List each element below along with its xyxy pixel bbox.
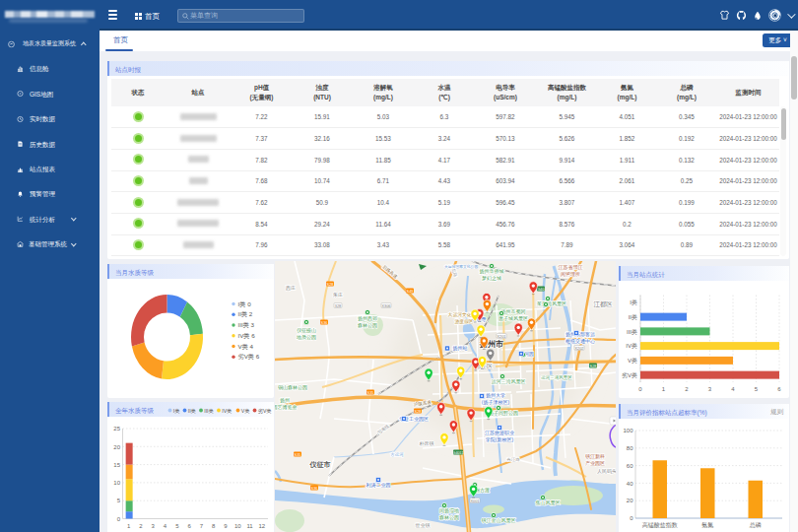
svg-text:世业镇: 世业镇 bbox=[415, 522, 431, 528]
svg-text:劣V类 6: 劣V类 6 bbox=[238, 353, 260, 361]
svg-text:S28: S28 bbox=[327, 283, 334, 287]
svg-text:劣V类: 劣V类 bbox=[622, 372, 637, 379]
svg-text:梦幻之城: 梦幻之城 bbox=[482, 275, 501, 282]
svg-text:4: 4 bbox=[731, 386, 735, 392]
svg-text:80: 80 bbox=[627, 445, 633, 451]
svg-text:利涛工业园: 利涛工业园 bbox=[366, 482, 391, 489]
svg-text:6: 6 bbox=[777, 386, 781, 392]
svg-text:西庄: 西庄 bbox=[286, 285, 296, 292]
svg-text:园艺博览会: 园艺博览会 bbox=[275, 404, 298, 411]
svg-text:仪征捺山: 仪征捺山 bbox=[297, 327, 316, 334]
svg-text:氨氮: 氨氮 bbox=[701, 521, 713, 528]
svg-text:劣V类: 劣V类 bbox=[258, 408, 272, 415]
svg-text:森林公园: 森林公园 bbox=[358, 322, 377, 329]
svg-text:产业园区: 产业园区 bbox=[585, 460, 605, 467]
svg-text:I类: I类 bbox=[173, 408, 180, 414]
svg-text:镇江新科: 镇江新科 bbox=[585, 453, 605, 460]
svg-text:X306: X306 bbox=[382, 304, 391, 308]
svg-text:朱庄: 朱庄 bbox=[333, 292, 343, 298]
svg-text:III类: III类 bbox=[627, 329, 637, 335]
svg-text:春江路: 春江路 bbox=[506, 457, 520, 462]
svg-text:运河三湾风景区: 运河三湾风景区 bbox=[541, 374, 572, 381]
svg-text:S36: S36 bbox=[321, 321, 328, 325]
svg-text:S28: S28 bbox=[590, 365, 597, 368]
svg-text:8: 8 bbox=[212, 523, 216, 529]
svg-text:15: 15 bbox=[113, 462, 120, 468]
svg-text:江苏省邗江: 江苏省邗江 bbox=[559, 264, 583, 271]
svg-text:古运河: 古运河 bbox=[390, 452, 404, 457]
svg-text:扬州大学: 扬州大学 bbox=[486, 392, 505, 399]
svg-text:60: 60 bbox=[627, 463, 633, 469]
svg-text:9: 9 bbox=[224, 523, 228, 529]
svg-text:G4011: G4011 bbox=[452, 451, 463, 455]
svg-text:扬州东部客运: 扬州东部客运 bbox=[565, 331, 595, 338]
svg-text:I类 0: I类 0 bbox=[238, 300, 252, 307]
svg-text:12: 12 bbox=[259, 523, 266, 529]
svg-text:S36: S36 bbox=[311, 487, 318, 491]
svg-text:5: 5 bbox=[117, 498, 121, 503]
svg-text:328: 328 bbox=[335, 304, 341, 308]
svg-text:扬州: 扬州 bbox=[280, 397, 290, 404]
svg-text:人民码头: 人民码头 bbox=[597, 468, 616, 475]
svg-text:0: 0 bbox=[638, 386, 642, 392]
svg-text:地质公园: 地质公园 bbox=[296, 334, 316, 341]
svg-text:40: 40 bbox=[627, 481, 633, 487]
svg-text:0: 0 bbox=[117, 516, 121, 522]
svg-text:森林公园: 森林公园 bbox=[439, 514, 459, 521]
svg-text:6: 6 bbox=[187, 523, 191, 529]
svg-text:5: 5 bbox=[755, 386, 759, 392]
svg-text:5: 5 bbox=[175, 523, 179, 529]
svg-text:焦山风景区: 焦山风景区 bbox=[536, 499, 561, 505]
svg-text:10: 10 bbox=[234, 523, 241, 529]
svg-text:X001: X001 bbox=[471, 499, 480, 503]
svg-text:仪征市: 仪征市 bbox=[309, 460, 331, 469]
svg-text:100: 100 bbox=[623, 428, 633, 433]
svg-text:闲管理所: 闲管理所 bbox=[561, 271, 580, 278]
svg-text:G40: G40 bbox=[537, 288, 544, 292]
svg-text:III类: III类 bbox=[204, 408, 214, 414]
svg-text:大运河国家文化公园: 大运河国家文化公园 bbox=[444, 264, 478, 269]
svg-text:唐子城风景区: 唐子城风景区 bbox=[499, 315, 528, 322]
svg-text:V类: V类 bbox=[628, 358, 637, 364]
svg-text:江苏旅游职业: 江苏旅游职业 bbox=[485, 430, 514, 436]
svg-text:IV类 6: IV类 6 bbox=[238, 332, 256, 339]
svg-text:V类 4: V类 4 bbox=[238, 343, 254, 350]
svg-text:扬州市蜀冈: 扬州市蜀冈 bbox=[501, 308, 526, 315]
svg-text:铜山森林公园: 铜山森林公园 bbox=[278, 384, 307, 391]
svg-text:25: 25 bbox=[113, 426, 120, 432]
svg-text:江都区: 江都区 bbox=[593, 300, 613, 308]
svg-text:游度假区: 游度假区 bbox=[454, 318, 473, 325]
svg-text:II类: II类 bbox=[188, 408, 196, 414]
svg-text:II类: II类 bbox=[629, 314, 637, 320]
svg-text:闰扬湿地: 闰扬湿地 bbox=[439, 507, 459, 514]
svg-text:朴席镇: 朴席镇 bbox=[419, 440, 434, 446]
svg-text:茱萸湾风景区: 茱萸湾风景区 bbox=[537, 300, 566, 307]
svg-text:III类 3: III类 3 bbox=[238, 321, 255, 328]
svg-text:枢纽交通中心: 枢纽交通中心 bbox=[565, 338, 595, 344]
svg-text:II类 2: II类 2 bbox=[238, 310, 253, 317]
svg-text:总磷: 总磷 bbox=[749, 522, 762, 528]
svg-text:镇江金山风景区: 镇江金山风景区 bbox=[482, 517, 516, 524]
svg-text:S49: S49 bbox=[407, 290, 414, 294]
svg-text:20: 20 bbox=[627, 498, 633, 503]
svg-text:(扬子津校区): (扬子津校区) bbox=[482, 399, 510, 406]
svg-text:扬州西郊: 扬州西郊 bbox=[358, 315, 377, 322]
svg-text:I类: I类 bbox=[630, 299, 637, 305]
svg-text:0: 0 bbox=[630, 515, 633, 521]
svg-text:7: 7 bbox=[200, 523, 204, 529]
svg-text:S28: S28 bbox=[415, 410, 422, 414]
svg-text:扬州站: 扬州站 bbox=[453, 345, 468, 352]
svg-text:2: 2 bbox=[139, 523, 143, 529]
svg-text:X202: X202 bbox=[575, 347, 584, 351]
svg-text:扬子问野公园: 扬子问野公园 bbox=[489, 410, 518, 417]
svg-text:1: 1 bbox=[662, 386, 666, 392]
svg-text:学院(新校区): 学院(新校区) bbox=[486, 436, 514, 443]
svg-text:S35: S35 bbox=[367, 391, 374, 395]
svg-text:3: 3 bbox=[708, 386, 712, 392]
svg-text:3: 3 bbox=[152, 523, 156, 529]
svg-text:扬州华侨城: 扬州华侨城 bbox=[480, 268, 504, 275]
svg-text:IV类: IV类 bbox=[626, 343, 637, 349]
svg-text:4: 4 bbox=[164, 523, 167, 529]
svg-text:2: 2 bbox=[685, 386, 689, 392]
svg-text:1: 1 bbox=[127, 523, 131, 529]
